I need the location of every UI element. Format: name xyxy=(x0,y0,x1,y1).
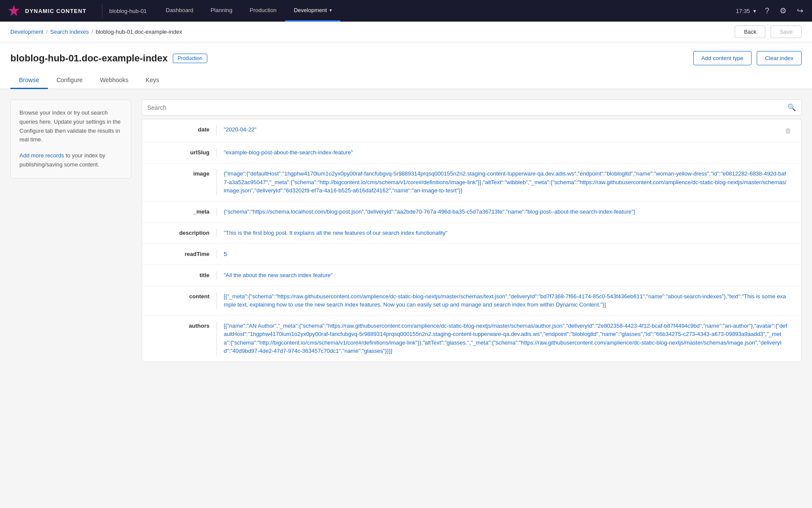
table-row: readTime 5 xyxy=(142,244,801,265)
logo-text: DYNAMIC CONTENT xyxy=(25,8,86,14)
svg-marker-0 xyxy=(8,5,19,16)
breadcrumb-sep-2: / xyxy=(92,29,93,35)
field-name-description: description xyxy=(149,229,209,236)
logo-icon xyxy=(7,4,21,18)
field-separator xyxy=(216,292,217,309)
time-dropdown-icon[interactable]: ▾ xyxy=(753,8,756,14)
page-title: bloblog-hub-01.doc-example-index xyxy=(10,53,168,64)
nav-right: 17:35 ▾ ? ⚙ ↪ xyxy=(736,4,805,17)
field-name-image: image xyxy=(149,169,209,177)
field-value-title: "All the about the new search index feat… xyxy=(224,271,787,280)
breadcrumb-development[interactable]: Development xyxy=(10,29,44,35)
nav-production[interactable]: Production xyxy=(241,0,285,22)
field-name-date: date xyxy=(149,125,209,133)
tab-webhooks[interactable]: Webhooks xyxy=(91,72,137,89)
breadcrumb-sep-1: / xyxy=(46,29,48,35)
page-title-left: bloblog-hub-01.doc-example-index Product… xyxy=(10,53,207,64)
logout-icon[interactable]: ↪ xyxy=(795,4,805,17)
field-value-authors: [{"name":"AN Author","_meta":{"schema":"… xyxy=(224,322,787,355)
data-area: 🔍 date "2020-04-22" 🗑 urlSlug "example-b… xyxy=(142,99,802,500)
field-name-meta: _meta xyxy=(149,208,209,215)
table-row: title "All the about the new search inde… xyxy=(142,265,801,286)
field-separator xyxy=(216,208,217,216)
breadcrumb-current: bloblog-hub-01.doc-example-index xyxy=(95,29,182,35)
delete-icon[interactable]: 🗑 xyxy=(782,126,794,136)
field-value-image: {"image":{"defaultHost":"1hgphw4170lum1o… xyxy=(224,169,787,195)
tab-browse[interactable]: Browse xyxy=(10,72,48,89)
field-value-meta: {"schema":"https://schema.localhost.com/… xyxy=(224,208,787,216)
chevron-down-icon: ▾ xyxy=(330,8,332,13)
breadcrumb-bar: Development / Search indexes / bloblog-h… xyxy=(0,22,812,42)
tab-configure[interactable]: Configure xyxy=(48,72,92,89)
tabs: Browse Configure Webhooks Keys xyxy=(10,72,802,89)
main-content: Browse your index or try out search quer… xyxy=(0,89,812,508)
field-separator xyxy=(216,322,217,355)
search-icon-button[interactable]: 🔍 xyxy=(787,103,796,112)
field-value-content: [{"_meta":{"schema":"https://raw.githubu… xyxy=(224,292,787,309)
logo: DYNAMIC CONTENT xyxy=(7,4,86,18)
settings-icon[interactable]: ⚙ xyxy=(778,4,788,17)
page-header-actions: Add content type Clear index xyxy=(693,51,802,65)
page-header: bloblog-hub-01.doc-example-index Product… xyxy=(0,42,812,89)
nav-dashboard[interactable]: Dashboard xyxy=(157,0,202,22)
field-separator xyxy=(216,229,217,237)
table-row: description "This is the first blog post… xyxy=(142,223,801,244)
nav-links: Dashboard Planning Production Developmen… xyxy=(157,0,736,22)
table-row: image {"image":{"defaultHost":"1hgphw417… xyxy=(142,163,801,201)
back-button[interactable]: Back xyxy=(735,26,765,38)
field-separator xyxy=(216,271,217,280)
save-button[interactable]: Save xyxy=(771,26,802,38)
field-name-content: content xyxy=(149,292,209,300)
table-row: urlSlug "example-blog-post-about-the-sea… xyxy=(142,142,801,163)
breadcrumb-actions: Back Save xyxy=(735,26,802,38)
field-name-title: title xyxy=(149,271,209,278)
top-navigation: DYNAMIC CONTENT bloblog-hub-01 Dashboard… xyxy=(0,0,812,22)
page-title-row: bloblog-hub-01.doc-example-index Product… xyxy=(10,51,802,65)
tab-keys[interactable]: Keys xyxy=(137,72,168,89)
search-bar: 🔍 xyxy=(142,99,802,115)
nav-time: 17:35 ▾ xyxy=(736,8,756,14)
field-separator xyxy=(216,148,217,157)
hub-name: bloblog-hub-01 xyxy=(109,8,147,14)
table-row: _meta {"schema":"https://schema.localhos… xyxy=(142,201,801,223)
field-separator xyxy=(216,169,217,195)
add-more-records-link[interactable]: Add more records xyxy=(19,152,64,159)
field-value-date: "2020-04-22" xyxy=(224,125,775,134)
table-row: authors [{"name":"AN Author","_meta":{"s… xyxy=(142,316,801,361)
breadcrumb-search-indexes[interactable]: Search indexes xyxy=(50,29,89,35)
sidebar-panel: Browse your index or try out search quer… xyxy=(10,99,131,179)
production-badge: Production xyxy=(173,54,207,63)
help-icon[interactable]: ? xyxy=(763,5,771,17)
add-content-type-button[interactable]: Add content type xyxy=(693,51,752,65)
sidebar-description: Browse your index or try out search quer… xyxy=(19,109,122,144)
field-name-readtime: readTime xyxy=(149,250,209,257)
field-value-description: "This is the first blog post. It explain… xyxy=(224,229,787,237)
data-table: date "2020-04-22" 🗑 urlSlug "example-blo… xyxy=(142,119,802,362)
field-actions-date: 🗑 xyxy=(782,125,794,136)
nav-planning[interactable]: Planning xyxy=(202,0,241,22)
field-value-urlslug: "example-blog-post-about-the-search-inde… xyxy=(224,148,787,157)
field-name-urlslug: urlSlug xyxy=(149,148,209,156)
field-separator xyxy=(216,125,217,136)
search-input[interactable] xyxy=(147,104,787,111)
sidebar-link: Add more records to your index by publis… xyxy=(19,152,105,168)
field-value-readtime: 5 xyxy=(224,250,787,259)
field-separator xyxy=(216,250,217,259)
breadcrumb: Development / Search indexes / bloblog-h… xyxy=(10,29,182,35)
nav-divider xyxy=(102,4,102,17)
clear-index-button[interactable]: Clear index xyxy=(757,51,802,65)
table-row: content [{"_meta":{"schema":"https://raw… xyxy=(142,286,801,316)
field-name-authors: authors xyxy=(149,322,209,329)
table-row: date "2020-04-22" 🗑 xyxy=(142,119,801,142)
nav-development[interactable]: Development ▾ xyxy=(285,0,340,22)
